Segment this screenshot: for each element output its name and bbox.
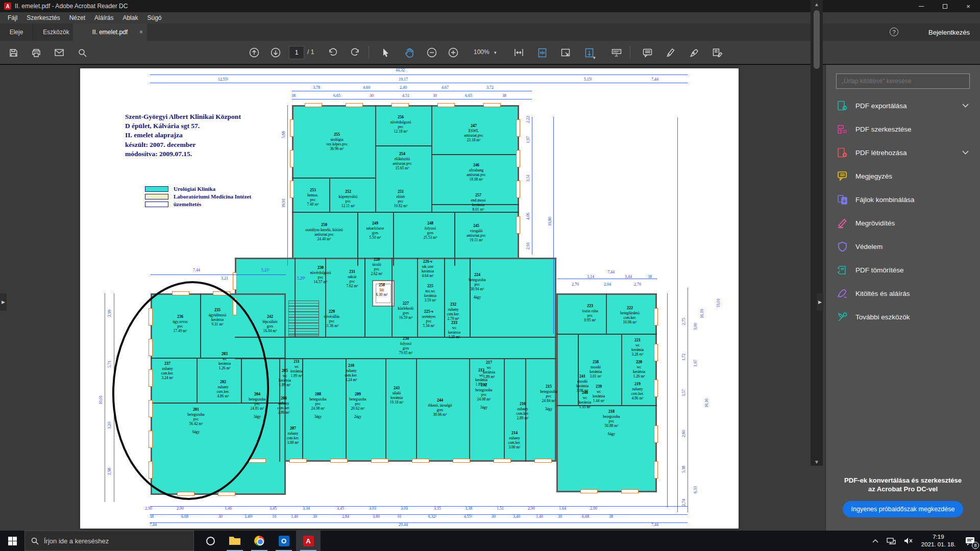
window-symbol: [305, 103, 322, 107]
tool-combine-files[interactable]: Fájlok kombinálása: [826, 188, 980, 211]
taskbar-clock[interactable]: 7:19 2021. 01. 18.: [917, 533, 960, 548]
tab-home[interactable]: Eleje: [0, 23, 33, 41]
dimension-label: 7,44: [651, 522, 658, 527]
sign-tool-button[interactable]: [686, 44, 702, 61]
dimension-label: 2,70: [572, 282, 579, 287]
menu-help[interactable]: Súgó: [142, 14, 166, 21]
undo-view-button[interactable]: [325, 44, 341, 61]
tool-fill-sign[interactable]: Kitöltés és aláírás: [826, 282, 980, 305]
tray-expand-button[interactable]: [868, 539, 883, 543]
zoom-level-value[interactable]: 100%: [474, 48, 489, 56]
fit-page-button[interactable]: [534, 44, 550, 61]
tool-shorten[interactable]: Megrövidítés: [826, 211, 980, 235]
room-label: 207zuhanycsm.ker.3.00 m²: [271, 426, 315, 445]
room-label: 251elötérpvc10.82 m²: [379, 189, 423, 208]
fullscreen-button[interactable]: [557, 44, 574, 61]
tool-comment[interactable]: Megjegyzés: [826, 164, 980, 188]
outlook-button[interactable]: O: [272, 531, 296, 551]
scroll-up-icon[interactable]: ▲: [811, 0, 823, 8]
maximize-button[interactable]: [933, 0, 957, 12]
pdf-page: Szent-Györgyi Albert Klinikai KözpontD é…: [80, 68, 739, 529]
read-mode-button[interactable]: [608, 44, 625, 61]
free-trial-button[interactable]: Ingyenes próbaidőszak megkezdése: [843, 501, 963, 517]
window-symbol: [290, 150, 294, 167]
tool-protect[interactable]: Védelem: [826, 235, 980, 258]
page-number-input[interactable]: [289, 46, 304, 59]
next-page-button[interactable]: [267, 44, 284, 61]
dimension-label: 6,33: [693, 486, 698, 493]
minimize-button[interactable]: [910, 0, 933, 12]
taskbar-search-box[interactable]: Írjon ide a kereséshez: [24, 531, 194, 551]
menu-window[interactable]: Ablak: [118, 14, 142, 21]
previous-page-button[interactable]: [246, 44, 262, 61]
comment-icon: [837, 171, 848, 181]
acrobat-reader-button[interactable]: A: [296, 531, 321, 551]
chevron-down-icon[interactable]: [962, 104, 969, 108]
scrolling-dropdown-caret[interactable]: ▾: [593, 55, 596, 60]
fit-width-button[interactable]: [510, 44, 527, 61]
volume-button[interactable]: [900, 537, 917, 544]
highlight-tool-button[interactable]: [663, 44, 679, 61]
room-label: 222betegfürdetöcsm.ker.10.06 m²: [608, 306, 652, 324]
room-label: 208betegszobapvc24.08 m²3ágy: [296, 392, 340, 419]
stamps-tool-button[interactable]: [709, 44, 726, 61]
dimension-label: 2,90: [528, 506, 535, 511]
zoom-dropdown-caret[interactable]: ▾: [494, 50, 497, 55]
tool-compress-pdf[interactable]: PDF tömörítése: [826, 258, 980, 282]
chevron-down-icon[interactable]: [962, 151, 969, 155]
dimension-label: 30: [558, 514, 562, 519]
start-button[interactable]: [0, 531, 24, 551]
vertical-scrollbar[interactable]: ▲ ▼: [811, 0, 823, 466]
panel-collapse-arrow[interactable]: ▶: [817, 293, 823, 311]
comment-tool-button[interactable]: [639, 44, 655, 61]
chrome-button[interactable]: [247, 531, 272, 551]
save-button[interactable]: [5, 44, 21, 61]
dimension-label: 7,44: [193, 268, 200, 272]
dimension-label: 5,21¹: [261, 268, 270, 272]
email-button[interactable]: [51, 44, 67, 61]
print-icon: [32, 48, 41, 57]
file-explorer-button[interactable]: [223, 531, 247, 551]
plan-title-block: Szent-Györgyi Albert Klinikai KözpontD é…: [125, 112, 241, 159]
hand-tool-button[interactable]: [401, 44, 418, 61]
help-icon[interactable]: ?: [890, 28, 898, 36]
tool-edit-pdf[interactable]: PDF szerkesztése: [826, 117, 980, 141]
menu-sign[interactable]: Aláírás: [90, 14, 118, 21]
dimension-label: 1,64: [559, 506, 566, 511]
zoom-out-button[interactable]: [424, 44, 440, 61]
tab-document[interactable]: II. emelet.pdf ×: [73, 23, 147, 41]
tab-close-icon[interactable]: ×: [139, 29, 143, 36]
tool-more-tools[interactable]: További eszközök: [826, 305, 980, 329]
window-symbol: [249, 459, 266, 463]
tool-label: PDF szerkesztése: [855, 126, 912, 133]
room-label: 232zuhanycsm.ker.2.70 m²: [431, 302, 475, 321]
find-button[interactable]: [74, 44, 90, 61]
cortana-button[interactable]: [198, 531, 223, 551]
scrollbar-thumb[interactable]: [814, 10, 820, 69]
tool-export-pdf[interactable]: PDF exportálása: [826, 94, 980, 117]
document-viewport[interactable]: Szent-Györgyi Albert Klinikai KözpontD é…: [0, 65, 825, 531]
room-label: 252köpenyváltópvc12.11 m²: [326, 189, 370, 208]
tool-create-pdf[interactable]: PDF létrehozása: [826, 141, 980, 164]
menu-edit[interactable]: Szerkesztés: [22, 14, 64, 21]
scroll-down-icon[interactable]: ▼: [811, 458, 823, 466]
left-pane-expand-arrow[interactable]: ▶: [0, 293, 7, 311]
sign-in-button[interactable]: Bejelentkezés: [928, 23, 970, 41]
dimension-label: 3,45: [337, 506, 344, 511]
select-tool-button[interactable]: [378, 44, 394, 61]
dimension-label: 29,44: [399, 522, 408, 527]
panel-search-box[interactable]: [836, 73, 970, 89]
window-symbol: [289, 459, 307, 463]
redo-view-button[interactable]: [347, 44, 363, 61]
action-center-button[interactable]: 8: [960, 531, 980, 551]
panel-search-input[interactable]: [837, 78, 969, 85]
menu-file[interactable]: Fájl: [3, 14, 22, 21]
room-label: 214zuhanycsm.ker.3.00 m²: [493, 431, 536, 449]
network-status-button[interactable]: [883, 537, 900, 545]
window-symbol: [483, 103, 501, 107]
zoom-in-button[interactable]: [445, 44, 461, 61]
menu-view[interactable]: Nézet: [65, 14, 90, 21]
promo-text-line1: PDF-ek konvertálása és szerkesztése: [826, 476, 980, 485]
print-button[interactable]: [28, 44, 44, 61]
close-button[interactable]: ×: [957, 0, 980, 12]
